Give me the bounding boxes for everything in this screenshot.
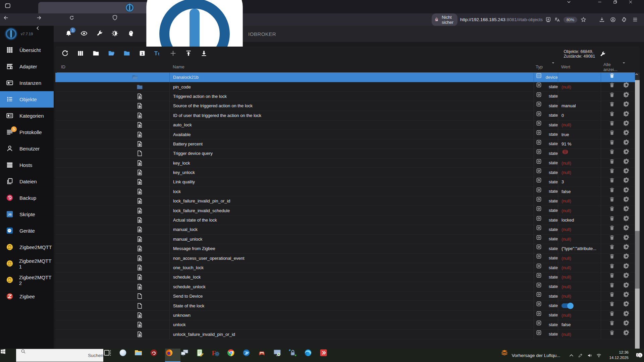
pen-input-icon[interactable] (578, 349, 584, 362)
tray-chevron-up-icon[interactable] (568, 349, 574, 362)
delete-trash-icon[interactable] (609, 301, 621, 310)
edit-gear-icon[interactable] (624, 187, 635, 196)
delete-trash-icon[interactable] (609, 244, 621, 253)
start-button[interactable] (0, 349, 16, 362)
cell-wert[interactable]: (null) (558, 330, 601, 339)
sidebar-item-protokolle[interactable]: 5 Protokolle (0, 124, 54, 140)
edit-gear-icon[interactable] (624, 111, 635, 120)
table-row[interactable]: lock lock state false (55, 187, 635, 196)
filter-dropdown[interactable]: Alle anzei... (601, 61, 635, 73)
edit-gear-icon[interactable] (624, 82, 635, 91)
expand-depth-one-icon[interactable]: 1 (139, 50, 147, 58)
cell-wert[interactable]: (null) (558, 120, 601, 129)
table-row[interactable]: lock_failure_invalid_schedule lock_failu… (55, 206, 635, 215)
cell-wert[interactable]: (null) (558, 225, 601, 234)
edit-gear-icon[interactable] (624, 225, 635, 234)
cell-wert[interactable] (558, 301, 601, 310)
taskbar-edge-icon[interactable] (304, 349, 319, 362)
cell-wert[interactable]: (null) (558, 159, 601, 168)
edit-gear-icon[interactable] (624, 149, 635, 158)
forward-icon[interactable] (36, 15, 47, 24)
edit-gear-icon[interactable] (624, 244, 635, 253)
back-icon[interactable] (3, 15, 14, 24)
taskbar-explorer-icon[interactable] (134, 349, 150, 362)
maintenance-wrench-icon[interactable] (96, 30, 104, 38)
sidebar-item-backup[interactable]: Backup (0, 190, 54, 206)
edit-gear-icon[interactable] (624, 120, 635, 129)
table-row[interactable]: unknown unknown state (null) (55, 311, 635, 320)
network-icon[interactable] (596, 349, 602, 362)
delete-trash-icon[interactable] (609, 292, 621, 301)
value-toggle-on[interactable] (561, 303, 573, 308)
settings-wrench-icon[interactable] (599, 51, 636, 57)
column-header-id[interactable]: ID (57, 61, 169, 73)
cell-wert[interactable]: false (558, 320, 601, 329)
edit-gear-icon[interactable] (624, 282, 635, 291)
delete-trash-icon[interactable] (609, 139, 621, 148)
delete-trash-icon[interactable] (609, 206, 621, 215)
cell-wert[interactable]: 3 (558, 177, 601, 186)
cell-wert[interactable]: (null) (558, 235, 601, 244)
taskbar-anydesk-icon[interactable] (319, 349, 335, 362)
table-row[interactable]: non_access_user_operational_event non_ac… (55, 253, 635, 263)
delete-trash-icon[interactable] (609, 216, 621, 225)
sidebar-item-zigbee[interactable]: Zigbee (0, 288, 54, 305)
edit-gear-icon[interactable] (624, 196, 635, 205)
expand-all-folder-icon[interactable] (108, 50, 116, 58)
edit-gear-icon[interactable] (624, 168, 635, 177)
cell-wert[interactable]: 0 (558, 111, 601, 120)
expand-level-folder-icon[interactable] (123, 50, 132, 58)
taskbar-pc-utility-icon[interactable] (273, 349, 288, 362)
cell-wert[interactable]: locked (558, 216, 601, 225)
cell-wert[interactable]: (null) (558, 282, 601, 291)
edit-gear-icon[interactable] (624, 92, 635, 101)
edit-gear-icon[interactable] (624, 253, 635, 262)
cell-wert[interactable]: (null) (558, 253, 601, 262)
delete-trash-icon[interactable] (609, 253, 621, 262)
delete-trash-icon[interactable] (609, 196, 621, 205)
cell-wert[interactable]: (null) (558, 273, 601, 282)
table-row[interactable]: one_touch_lock one_touch_lock state (nul… (55, 263, 635, 273)
sidebar-item-kategorien[interactable]: Kategorien (0, 108, 54, 124)
sidebar-item-zigbee2mqtt[interactable]: MQTT Zigbee2MQTT (0, 239, 54, 255)
clock[interactable]: 12:36 14.12.2025 (609, 350, 629, 360)
table-row[interactable]: key_unlock key_unlock state (null) (55, 168, 635, 177)
zoom-level-badge[interactable]: 80% (564, 17, 577, 23)
firefox-view-icon[interactable] (5, 3, 15, 12)
column-header-name[interactable]: Name (169, 61, 534, 73)
table-row[interactable]: battery Battery percent state 91 % (55, 139, 635, 149)
sidebar-item-geräte[interactable]: Geräte (0, 223, 54, 239)
collapse-all-folder-icon[interactable] (92, 50, 101, 58)
add-object-icon[interactable] (169, 50, 178, 58)
extensions-icon[interactable] (621, 17, 627, 22)
notifications-bell-icon[interactable]: 1 (65, 30, 73, 38)
table-row[interactable]: pin_code pin_code state (null) (55, 82, 635, 92)
sidebar-item-benutzer[interactable]: Benutzer (0, 140, 54, 157)
minimize-button[interactable] (598, 0, 613, 13)
delete-trash-icon[interactable] (609, 320, 621, 329)
delete-trash-icon[interactable] (609, 111, 621, 120)
edit-gear-icon[interactable] (624, 206, 635, 215)
cell-wert[interactable] (558, 149, 601, 158)
restore-button[interactable] (613, 0, 629, 13)
weather-layers-icon[interactable] (500, 349, 508, 362)
cell-wert[interactable]: false (558, 187, 601, 196)
sidebar-item-zigbee2mqtt-2[interactable]: MQTT Zigbee2MQTT 2 (0, 272, 54, 288)
sidebar-item-adapter[interactable]: Adapter (0, 58, 54, 75)
taskbar-red-dragon-app-icon[interactable] (150, 349, 165, 362)
table-row[interactable]: manual_unlock manual_unlock state (null) (55, 235, 635, 244)
edit-gear-icon[interactable] (624, 216, 635, 225)
table-row[interactable]: manual_lock manual_lock state (null) (55, 225, 635, 234)
delete-trash-icon[interactable] (609, 282, 621, 291)
table-row[interactable]: available Available state true (55, 130, 635, 139)
delete-trash-icon[interactable] (609, 177, 621, 186)
delete-trash-icon[interactable] (609, 149, 621, 158)
table-row[interactable]: action_source_name Source of the trigger… (55, 101, 635, 111)
delete-trash-icon[interactable] (609, 235, 621, 244)
table-row[interactable]: key_lock key_lock state (null) (55, 159, 635, 168)
delete-trash-icon[interactable] (609, 263, 621, 272)
cell-wert[interactable] (558, 73, 601, 82)
close-button[interactable] (629, 0, 644, 13)
edit-gear-icon[interactable] (624, 320, 635, 329)
volume-icon[interactable] (587, 349, 593, 362)
